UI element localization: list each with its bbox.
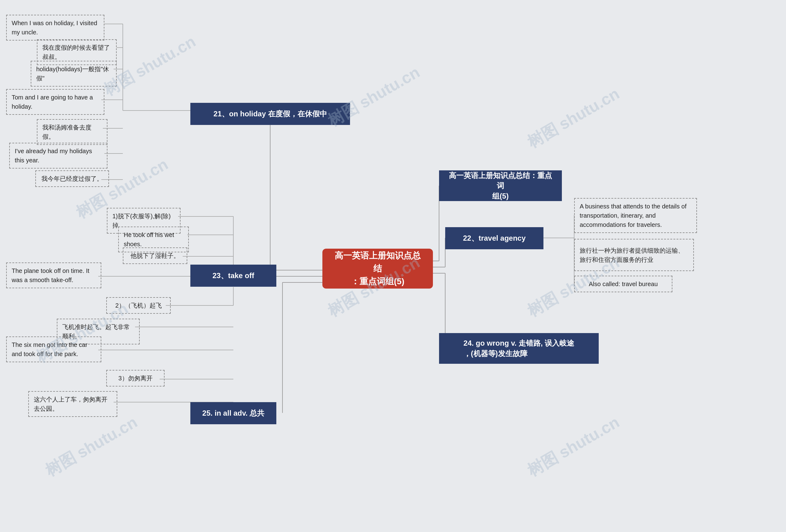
d10-label: 他脱下了湿鞋子。: [131, 251, 180, 260]
d15-label: 3）勿匆离开: [118, 374, 152, 383]
node-21: 21、on holiday 在度假，在休假中: [190, 103, 350, 125]
d14-label: The six men got into the car and took of…: [11, 340, 96, 358]
dashed-d17: A business that attends to the details o…: [574, 198, 697, 233]
dashed-d12: 2）（飞机）起飞: [106, 297, 171, 314]
dashed-d7: 我今年已经度过假了。: [35, 170, 109, 187]
dashed-d16: 这六个人上了车，匆匆离开去公园。: [28, 391, 117, 417]
node-title: 高一英语上册知识点总结：重点词 组(5): [439, 170, 562, 201]
dashed-d4: Tom and I are going to have a holiday.: [6, 89, 105, 115]
d6-label: I've already had my holidays this year.: [15, 146, 102, 165]
d3-label: holiday(holidays)一般指"休假": [36, 65, 111, 83]
d4-label: Tom and I are going to have a holiday.: [11, 93, 99, 111]
node-22: 22、travel agency: [445, 227, 544, 249]
d9-label: He took off his wet shoes.: [124, 230, 183, 249]
node-24-label: 24. go wrong v. 走错路, 误入岐途 ，(机器等)发生故障: [464, 338, 575, 358]
node-title-label: 高一英语上册知识点总结：重点词 组(5): [446, 170, 555, 201]
dashed-d1: When I was on holiday, I visited my uncl…: [6, 15, 105, 41]
dashed-d11: The plane took off on time. It was a smo…: [6, 262, 101, 288]
node-23-label: 23、take off: [212, 271, 254, 281]
center-node: 高一英语上册知识点总结 ：重点词组(5): [322, 249, 433, 288]
d11-label: The plane took off on time. It was a smo…: [11, 266, 96, 284]
node-21-label: 21、on holiday 在度假，在休假中: [213, 109, 327, 119]
watermark-7: 树图 shutu.cn: [524, 83, 623, 153]
d17-label: A business that attends to the details o…: [580, 202, 691, 229]
d16-label: 这六个人上了车，匆匆离开去公园。: [34, 395, 112, 413]
d5-label: 我和汤姆准备去度假。: [42, 123, 102, 141]
dashed-d19: Also called: travel bureau: [574, 276, 672, 292]
dashed-d6: I've already had my holidays this year.: [9, 143, 108, 168]
d12-label: 2）（飞机）起飞: [115, 301, 162, 310]
watermark-4: 树图 shutu.cn: [42, 412, 141, 482]
dashed-d14: The six men got into the car and took of…: [6, 337, 101, 362]
d19-label: Also called: travel bureau: [589, 279, 658, 288]
d2-label: 我在度假的时候去看望了叔叔。: [42, 43, 111, 62]
watermark-9: 树图 shutu.cn: [524, 412, 623, 482]
center-node-label: 高一英语上册知识点总结 ：重点词组(5): [331, 249, 424, 288]
dashed-d18: 旅行社一种为旅行者提供细致的运输、旅行和住宿方面服务的行业: [574, 239, 694, 271]
node-22-label: 22、travel agency: [463, 233, 526, 244]
dashed-d15: 3）勿匆离开: [106, 370, 165, 387]
d7-label: 我今年已经度过假了。: [42, 174, 103, 183]
dashed-d10: 他脱下了湿鞋子。: [123, 248, 187, 264]
node-23: 23、take off: [190, 264, 276, 287]
d1-label: When I was on holiday, I visited my uncl…: [11, 18, 99, 37]
dashed-d3: holiday(holidays)一般指"休假": [31, 61, 117, 87]
node-25: 25. in all adv. 总共: [190, 402, 276, 424]
node-25-label: 25. in all adv. 总共: [202, 408, 264, 418]
node-24: 24. go wrong v. 走错路, 误入岐途 ，(机器等)发生故障: [439, 333, 599, 364]
dashed-d5: 我和汤姆准备去度假。: [37, 119, 108, 145]
d18-label: 旅行社一种为旅行者提供细致的运输、旅行和住宿方面服务的行业: [580, 246, 688, 264]
